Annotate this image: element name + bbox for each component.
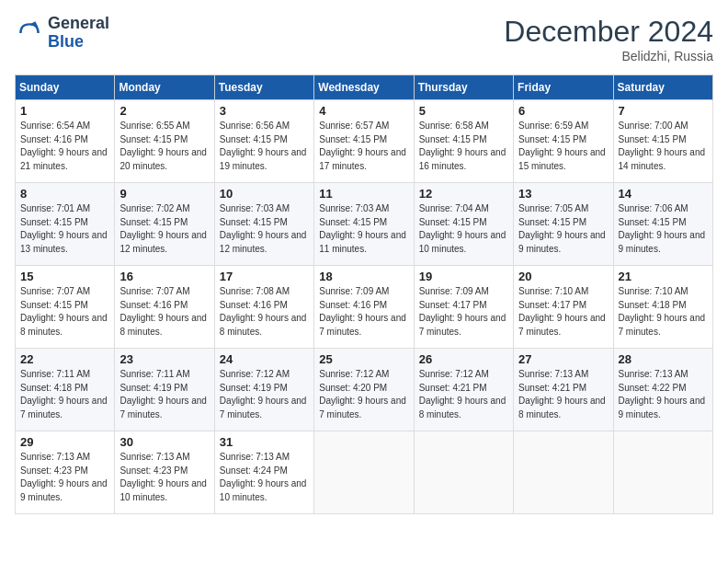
calendar-cell: 6 Sunrise: 6:59 AM Sunset: 4:15 PM Dayli…	[514, 100, 613, 183]
cell-details: Sunrise: 7:09 AM Sunset: 4:16 PM Dayligh…	[319, 285, 408, 339]
day-number: 26	[419, 352, 508, 366]
calendar-cell: 2 Sunrise: 6:55 AM Sunset: 4:15 PM Dayli…	[115, 100, 214, 183]
cell-details: Sunrise: 7:12 AM Sunset: 4:19 PM Dayligh…	[220, 368, 309, 421]
day-number: 9	[119, 187, 209, 201]
cell-details: Sunrise: 7:06 AM Sunset: 4:15 PM Dayligh…	[619, 202, 708, 256]
cell-details: Sunrise: 6:56 AM Sunset: 4:15 PM Dayligh…	[220, 120, 309, 173]
calendar-cell: 12 Sunrise: 7:04 AM Sunset: 4:15 PM Dayl…	[414, 183, 513, 266]
day-number: 14	[619, 187, 708, 201]
cell-details: Sunrise: 7:11 AM Sunset: 4:19 PM Dayligh…	[119, 368, 209, 421]
day-number: 8	[20, 187, 109, 201]
logo: General Blue	[15, 15, 109, 52]
calendar-cell: 16 Sunrise: 7:07 AM Sunset: 4:16 PM Dayl…	[115, 266, 214, 349]
calendar-cell	[314, 431, 414, 514]
cell-details: Sunrise: 6:55 AM Sunset: 4:15 PM Dayligh…	[119, 120, 209, 173]
day-number: 18	[319, 270, 408, 283]
logo-icon	[15, 18, 44, 48]
day-number: 5	[419, 104, 508, 118]
calendar-week-row: 22 Sunrise: 7:11 AM Sunset: 4:18 PM Dayl…	[16, 349, 713, 431]
cell-details: Sunrise: 7:13 AM Sunset: 4:23 PM Dayligh…	[119, 451, 209, 504]
day-number: 17	[220, 270, 309, 283]
cell-details: Sunrise: 6:59 AM Sunset: 4:15 PM Dayligh…	[518, 120, 608, 173]
day-number: 21	[619, 270, 708, 283]
calendar-table: SundayMondayTuesdayWednesdayThursdayFrid…	[15, 75, 713, 514]
calendar-cell: 21 Sunrise: 7:10 AM Sunset: 4:18 PM Dayl…	[613, 266, 712, 349]
cell-details: Sunrise: 7:10 AM Sunset: 4:17 PM Dayligh…	[518, 285, 608, 339]
day-number: 31	[220, 435, 309, 449]
day-number: 7	[619, 104, 708, 118]
location: Belidzhi, Russia	[504, 49, 713, 63]
day-number: 4	[319, 104, 408, 118]
day-number: 24	[220, 352, 309, 366]
calendar-cell: 4 Sunrise: 6:57 AM Sunset: 4:15 PM Dayli…	[314, 100, 414, 183]
calendar-cell: 10 Sunrise: 7:03 AM Sunset: 4:15 PM Dayl…	[214, 183, 313, 266]
cell-details: Sunrise: 7:13 AM Sunset: 4:23 PM Dayligh…	[20, 451, 109, 504]
day-number: 23	[119, 352, 209, 366]
calendar-cell: 3 Sunrise: 6:56 AM Sunset: 4:15 PM Dayli…	[214, 100, 313, 183]
cell-details: Sunrise: 6:57 AM Sunset: 4:15 PM Dayligh…	[319, 120, 408, 173]
cell-details: Sunrise: 7:02 AM Sunset: 4:15 PM Dayligh…	[119, 202, 209, 256]
day-of-week-header: Thursday	[414, 75, 513, 100]
calendar-cell: 7 Sunrise: 7:00 AM Sunset: 4:15 PM Dayli…	[613, 100, 712, 183]
day-number: 16	[119, 270, 209, 283]
cell-details: Sunrise: 7:04 AM Sunset: 4:15 PM Dayligh…	[419, 202, 508, 256]
cell-details: Sunrise: 7:07 AM Sunset: 4:16 PM Dayligh…	[119, 285, 209, 339]
calendar-cell: 29 Sunrise: 7:13 AM Sunset: 4:23 PM Dayl…	[16, 431, 115, 514]
day-of-week-header: Monday	[115, 75, 214, 100]
day-number: 11	[319, 187, 408, 201]
calendar-week-row: 29 Sunrise: 7:13 AM Sunset: 4:23 PM Dayl…	[16, 431, 713, 514]
day-number: 2	[119, 104, 209, 118]
cell-details: Sunrise: 7:11 AM Sunset: 4:18 PM Dayligh…	[20, 368, 109, 421]
day-number: 12	[419, 187, 508, 201]
calendar-cell: 24 Sunrise: 7:12 AM Sunset: 4:19 PM Dayl…	[214, 349, 313, 431]
cell-details: Sunrise: 7:10 AM Sunset: 4:18 PM Dayligh…	[619, 285, 708, 339]
cell-details: Sunrise: 7:08 AM Sunset: 4:16 PM Dayligh…	[220, 285, 309, 339]
cell-details: Sunrise: 7:03 AM Sunset: 4:15 PM Dayligh…	[220, 202, 309, 256]
cell-details: Sunrise: 7:13 AM Sunset: 4:22 PM Dayligh…	[619, 368, 708, 421]
day-of-week-header: Wednesday	[314, 75, 414, 100]
day-of-week-header: Tuesday	[214, 75, 313, 100]
day-number: 25	[319, 352, 408, 366]
calendar-cell: 28 Sunrise: 7:13 AM Sunset: 4:22 PM Dayl…	[613, 349, 712, 431]
cell-details: Sunrise: 7:09 AM Sunset: 4:17 PM Dayligh…	[419, 285, 508, 339]
day-number: 28	[619, 352, 708, 366]
calendar-cell: 19 Sunrise: 7:09 AM Sunset: 4:17 PM Dayl…	[414, 266, 513, 349]
cell-details: Sunrise: 7:13 AM Sunset: 4:21 PM Dayligh…	[518, 368, 608, 421]
day-number: 29	[20, 435, 109, 449]
day-number: 27	[518, 352, 608, 366]
calendar-cell: 1 Sunrise: 6:54 AM Sunset: 4:16 PM Dayli…	[16, 100, 115, 183]
day-of-week-header: Saturday	[613, 75, 712, 100]
title-block: December 2024 Belidzhi, Russia	[504, 15, 713, 63]
calendar-cell: 20 Sunrise: 7:10 AM Sunset: 4:17 PM Dayl…	[514, 266, 613, 349]
calendar-cell: 26 Sunrise: 7:12 AM Sunset: 4:21 PM Dayl…	[414, 349, 513, 431]
calendar-cell: 13 Sunrise: 7:05 AM Sunset: 4:15 PM Dayl…	[514, 183, 613, 266]
cell-details: Sunrise: 7:05 AM Sunset: 4:15 PM Dayligh…	[518, 202, 608, 256]
cell-details: Sunrise: 7:01 AM Sunset: 4:15 PM Dayligh…	[20, 202, 109, 256]
calendar-cell	[414, 431, 513, 514]
cell-details: Sunrise: 7:12 AM Sunset: 4:20 PM Dayligh…	[319, 368, 408, 421]
month-title: December 2024	[504, 15, 713, 49]
day-number: 30	[119, 435, 209, 449]
calendar-week-row: 15 Sunrise: 7:07 AM Sunset: 4:15 PM Dayl…	[16, 266, 713, 349]
calendar-cell: 5 Sunrise: 6:58 AM Sunset: 4:15 PM Dayli…	[414, 100, 513, 183]
cell-details: Sunrise: 7:00 AM Sunset: 4:15 PM Dayligh…	[619, 120, 708, 173]
calendar-header-row: SundayMondayTuesdayWednesdayThursdayFrid…	[16, 75, 713, 100]
calendar-cell: 22 Sunrise: 7:11 AM Sunset: 4:18 PM Dayl…	[16, 349, 115, 431]
cell-details: Sunrise: 7:03 AM Sunset: 4:15 PM Dayligh…	[319, 202, 408, 256]
calendar-cell: 23 Sunrise: 7:11 AM Sunset: 4:19 PM Dayl…	[115, 349, 214, 431]
cell-details: Sunrise: 6:58 AM Sunset: 4:15 PM Dayligh…	[419, 120, 508, 173]
calendar-cell: 15 Sunrise: 7:07 AM Sunset: 4:15 PM Dayl…	[16, 266, 115, 349]
calendar-cell: 17 Sunrise: 7:08 AM Sunset: 4:16 PM Dayl…	[214, 266, 313, 349]
cell-details: Sunrise: 6:54 AM Sunset: 4:16 PM Dayligh…	[20, 120, 109, 173]
calendar-cell: 8 Sunrise: 7:01 AM Sunset: 4:15 PM Dayli…	[16, 183, 115, 266]
day-number: 19	[419, 270, 508, 283]
calendar-cell: 9 Sunrise: 7:02 AM Sunset: 4:15 PM Dayli…	[115, 183, 214, 266]
calendar-cell: 27 Sunrise: 7:13 AM Sunset: 4:21 PM Dayl…	[514, 349, 613, 431]
day-number: 1	[20, 104, 109, 118]
logo-text: General Blue	[48, 15, 109, 52]
cell-details: Sunrise: 7:13 AM Sunset: 4:24 PM Dayligh…	[220, 451, 309, 504]
day-number: 6	[518, 104, 608, 118]
cell-details: Sunrise: 7:07 AM Sunset: 4:15 PM Dayligh…	[20, 285, 109, 339]
calendar-cell: 18 Sunrise: 7:09 AM Sunset: 4:16 PM Dayl…	[314, 266, 414, 349]
calendar-cell: 11 Sunrise: 7:03 AM Sunset: 4:15 PM Dayl…	[314, 183, 414, 266]
